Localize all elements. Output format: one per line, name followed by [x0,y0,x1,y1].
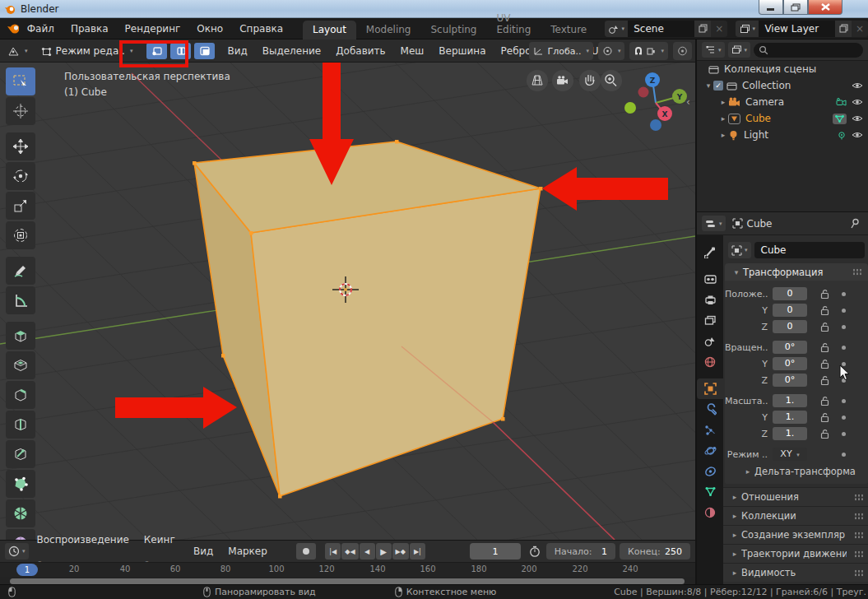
view-layer-name-field[interactable]: View Layer [759,21,835,37]
lock-open-icon[interactable] [820,412,829,422]
collapsed-caret-icon[interactable]: ▸ [718,98,728,106]
frame-end-field[interactable]: Конец: 250 [620,543,690,560]
frame-start-field[interactable]: Начало: 1 [546,543,615,560]
current-frame-field[interactable]: 1 [470,543,521,560]
delta-transform-subpanel[interactable]: ▸ Дельта-трансформа [725,462,868,481]
tab-output[interactable] [697,290,723,310]
lock-open-icon[interactable] [820,322,829,332]
outliner-display-mode-button[interactable]: ▾ [728,42,751,58]
jump-to-start-button[interactable]: |◀ [325,543,341,560]
viewport-canvas[interactable]: Z Y X ‹ Пользовательская перспектива (1)… [0,63,695,540]
gizmo-axis-neg-y[interactable] [624,102,636,114]
rotation-mode-dropdown[interactable]: XY ▾ [773,448,807,461]
play-button[interactable]: ▶ [376,543,392,560]
select-mode-edge-button[interactable] [170,43,191,59]
play-reverse-button[interactable]: ◀ [360,543,375,560]
tool-transform[interactable] [6,221,35,249]
proportional-edit-button[interactable] [673,42,692,60]
menu-view[interactable]: Вид [187,541,220,562]
mode-selector[interactable]: Режим реда..▾ [37,42,137,60]
panel-motion-paths[interactable]: ▸Траектории движени [723,544,868,563]
visibility-eye-icon[interactable] [852,98,863,106]
select-mode-face-button[interactable] [194,43,215,59]
tab-uv-editing[interactable]: UV Editing [487,9,541,39]
tab-view-layer[interactable] [697,310,723,331]
tool-bevel[interactable] [6,381,35,409]
panel-drag-handle[interactable] [854,513,863,520]
mesh-data-icon[interactable] [834,114,845,123]
prev-keyframe-button[interactable]: ◆◀ [341,543,358,560]
tool-knife[interactable] [6,440,35,468]
tab-render[interactable] [697,269,723,290]
panel-instancing[interactable]: ▸Создание экземпляр [723,525,868,544]
visibility-eye-icon[interactable] [852,131,863,139]
menu-marker[interactable]: Маркер [221,541,274,562]
tab-tool[interactable] [697,242,723,262]
panel-drag-handle[interactable] [852,268,861,276]
transform-panel-header[interactable]: ▾ Трансформация [725,263,868,281]
rotation-z-field[interactable]: 0° [773,374,807,387]
scene-collection-row[interactable]: Коллекция сцены [697,61,868,77]
rotation-y-field[interactable]: 0° [773,357,807,370]
transform-orientation-dropdown[interactable]: Глоба..▾ [529,42,593,60]
3d-viewport[interactable]: Z Y X ‹ Пользовательская перспектива (1)… [0,63,695,540]
tool-add-cube[interactable] [6,322,35,350]
gizmo-axis-neg-z[interactable] [650,119,661,131]
zoom-view-button[interactable] [601,70,622,91]
menu-add[interactable]: Добавить [328,39,392,63]
tool-scale[interactable] [6,192,35,220]
animate-dot[interactable] [842,325,846,329]
timeline-ruler[interactable]: 20 40 60 80 100 120 140 160 180 200 220 … [0,562,695,577]
menu-edit[interactable]: Правка [63,18,117,39]
camera-row[interactable]: ▸ Camera [697,94,868,110]
animate-dot[interactable] [842,309,846,313]
animate-dot[interactable] [842,453,846,457]
tab-scene[interactable] [697,331,723,351]
minimize-button[interactable] [759,0,783,15]
menu-file[interactable]: Файл [19,18,63,39]
tab-object[interactable] [697,378,723,399]
lock-open-icon[interactable] [820,289,829,299]
light-data-icon[interactable] [837,131,847,140]
tab-constraints[interactable] [697,461,723,481]
view-layer-unlink-button[interactable]: × [852,21,868,37]
properties-editor-type-button[interactable]: ▾ [702,216,726,231]
tab-particles[interactable] [697,420,723,440]
animate-dot[interactable] [842,346,846,350]
animate-dot[interactable] [842,292,846,296]
menu-select[interactable]: Выделение [255,39,328,63]
lock-open-icon[interactable] [820,429,829,439]
tool-rotate[interactable] [6,162,35,190]
collapsed-caret-icon[interactable]: ▸ [718,131,728,139]
cube-row[interactable]: ▸ Cube [697,110,868,127]
scene-browse-button[interactable]: ▾ [605,21,628,37]
scale-x-field[interactable]: 1. [773,394,807,407]
animate-dot[interactable] [842,362,846,366]
visibility-eye-icon[interactable] [852,114,863,123]
tab-physics[interactable] [697,440,723,461]
location-x-field[interactable]: 0 [773,287,807,300]
menu-mesh[interactable]: Меш [393,39,432,63]
tool-measure[interactable] [6,286,35,314]
tool-select-box[interactable] [6,67,35,95]
outliner-filter-button[interactable]: ▾ [702,42,725,58]
tool-cursor[interactable] [6,97,35,125]
collection-checkbox[interactable]: ✓ [713,81,723,91]
animate-dot[interactable] [842,399,846,403]
animate-dot[interactable] [842,416,846,420]
scale-y-field[interactable]: 1. [773,411,807,424]
stopwatch-icon[interactable] [529,546,539,558]
scene-name-field[interactable]: Scene [628,21,694,37]
light-row[interactable]: ▸ Light [697,127,868,143]
next-keyframe-button[interactable]: ▶◆ [392,543,409,560]
collapsed-caret-icon[interactable]: ▸ [718,114,728,123]
blender-logo-icon[interactable] [7,22,19,35]
expand-caret-icon[interactable]: ▾ [703,81,713,90]
tab-material[interactable] [697,502,723,522]
animate-dot[interactable] [842,378,846,383]
tool-move[interactable] [6,132,35,160]
gizmo-axis-neg-x[interactable] [638,87,649,98]
snap-magnet-icon[interactable] [634,46,643,56]
tool-loop-cut[interactable] [6,411,35,439]
view-layer-browse-button[interactable]: ▾ [736,21,759,37]
